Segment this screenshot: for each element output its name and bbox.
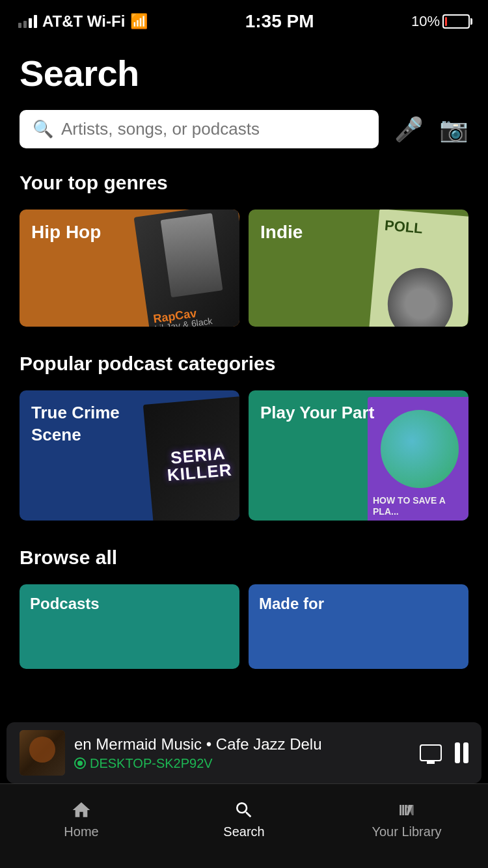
search-magnifier-icon: 🔍 (33, 119, 53, 139)
now-playing-bar[interactable]: en Mermaid Music • Cafe Jazz Delu DESKTO… (7, 722, 481, 783)
svg-rect-1 (402, 805, 404, 815)
genre-art-hiphop: RapCav Lil Jay & 6lack (134, 210, 239, 327)
browse-label-podcasts: Podcasts (30, 595, 100, 613)
bottom-nav: Home Search Your Library (0, 783, 488, 868)
now-playing-thumbnail (20, 730, 65, 776)
genre-art-indie: POLL (369, 210, 468, 327)
genre-card-hiphop[interactable]: Hip Hop RapCav Lil Jay & 6lack (20, 210, 239, 327)
nav-item-search[interactable]: Search (163, 784, 325, 855)
browse-all-grid: Podcasts Made for (20, 584, 468, 669)
pause-button[interactable] (455, 742, 468, 763)
device-icon (74, 757, 86, 769)
device-label: DESKTOP-SK2P92V (90, 756, 213, 771)
signal-icon (18, 15, 37, 28)
now-playing-info: en Mermaid Music • Cafe Jazz Delu DESKTO… (74, 735, 411, 771)
podcast-art-truecrime: SERIAKILLER (143, 396, 239, 521)
browse-card-madefor[interactable]: Made for (249, 584, 468, 669)
browse-all-section: Browse all Podcasts Made for (0, 547, 488, 669)
battery-fill (445, 17, 447, 26)
now-playing-title: en Mermaid Music • Cafe Jazz Delu (74, 735, 411, 753)
nav-item-home[interactable]: Home (0, 784, 163, 855)
library-icon (396, 800, 417, 821)
browse-all-heading: Browse all (20, 547, 468, 569)
search-input-wrapper[interactable]: 🔍 (20, 110, 379, 148)
nav-label-library: Your Library (372, 824, 441, 839)
status-left: AT&T Wi-Fi 📶 (18, 12, 148, 31)
podcast-label-truecrime: True Crime Scene (31, 402, 152, 446)
cast-screen-icon[interactable] (420, 744, 442, 761)
top-genres-heading: Your top genres (0, 172, 488, 194)
browse-card-podcasts[interactable]: Podcasts (20, 584, 239, 669)
battery-label: 10% (411, 13, 440, 30)
camera-icon[interactable]: 📷 (439, 116, 468, 143)
battery-icon (442, 14, 470, 29)
podcast-art-playyourpart: HOW TO SAVE A PLA... (368, 397, 468, 521)
carrier-label: AT&T Wi-Fi (42, 12, 125, 31)
podcast-card-truecrime[interactable]: True Crime Scene SERIAKILLER (20, 390, 239, 521)
genre-label-hiphop: Hip Hop (31, 221, 101, 243)
svg-rect-0 (400, 805, 401, 815)
browse-label-madefor: Made for (259, 595, 324, 613)
battery-container: 10% (411, 13, 470, 30)
status-right: 10% (411, 13, 470, 30)
nav-label-search: Search (223, 824, 264, 839)
home-icon (71, 800, 92, 821)
genre-card-indie[interactable]: Indie POLL (249, 210, 468, 327)
search-input[interactable] (61, 119, 366, 139)
podcast-grid: True Crime Scene SERIAKILLER Play Your P… (0, 390, 488, 521)
podcast-categories-heading: Popular podcast categories (0, 353, 488, 375)
svg-rect-2 (405, 805, 407, 815)
podcast-label-playyourpart: Play Your Part (260, 402, 374, 424)
genre-label-indie: Indie (260, 221, 303, 243)
nav-label-home: Home (64, 824, 98, 839)
search-bar-container: 🔍 🎤 📷 (0, 110, 488, 148)
search-icon (234, 800, 254, 821)
podcast-card-playyourpart[interactable]: Play Your Part HOW TO SAVE A PLA... (249, 390, 468, 521)
microphone-icon[interactable]: 🎤 (394, 116, 424, 143)
status-bar: AT&T Wi-Fi 📶 1:35 PM 10% (0, 0, 488, 39)
genre-grid: Hip Hop RapCav Lil Jay & 6lack Indie POL… (0, 210, 488, 327)
nav-item-library[interactable]: Your Library (325, 784, 488, 855)
thumbnail-image (20, 730, 65, 776)
status-time: 1:35 PM (245, 11, 314, 32)
now-playing-device: DESKTOP-SK2P92V (74, 756, 411, 771)
now-playing-controls (420, 742, 468, 763)
page-title: Search (0, 39, 488, 110)
wifi-icon: 📶 (130, 13, 148, 30)
